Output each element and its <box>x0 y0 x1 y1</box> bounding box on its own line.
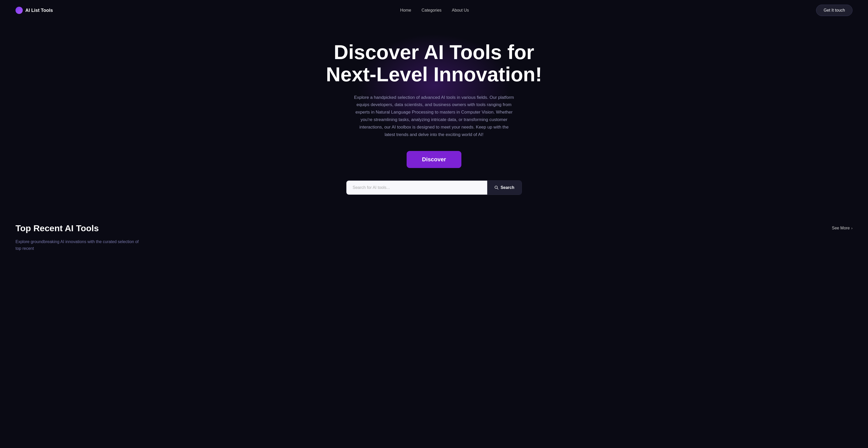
nav-item-home[interactable]: Home <box>400 8 411 13</box>
section-header: Top Recent AI Tools See More › <box>16 223 852 233</box>
see-more-label: See More <box>832 226 850 231</box>
logo-area: AI List Tools <box>16 7 53 14</box>
svg-line-1 <box>497 188 498 189</box>
search-icon <box>494 185 499 190</box>
search-button-label: Search <box>501 185 514 190</box>
chevron-right-icon: › <box>851 226 852 230</box>
recent-tools-section: Top Recent AI Tools See More › Explore g… <box>0 210 868 262</box>
get-in-touch-button[interactable]: Get It touch <box>816 5 852 16</box>
nav-links: Home Categories About Us <box>400 8 469 13</box>
nav-link-categories[interactable]: Categories <box>422 8 441 12</box>
hero-title: Discover AI Tools for Next-Level Innovat… <box>323 41 545 86</box>
nav-link-home[interactable]: Home <box>400 8 411 12</box>
hero-section: Discover AI Tools for Next-Level Innovat… <box>0 21 868 210</box>
search-input[interactable] <box>346 181 487 195</box>
see-more-link[interactable]: See More › <box>832 226 852 231</box>
section-subtitle: Explore groundbreaking AI innovations wi… <box>16 238 145 252</box>
section-title: Top Recent AI Tools <box>16 223 99 233</box>
logo-text: AI List Tools <box>25 8 53 13</box>
search-container: Search <box>346 180 522 195</box>
nav-item-about[interactable]: About Us <box>452 8 469 13</box>
search-button[interactable]: Search <box>487 181 522 195</box>
nav-item-categories[interactable]: Categories <box>422 8 441 13</box>
hero-description: Explore a handpicked selection of advanc… <box>354 94 514 139</box>
discover-button[interactable]: Discover <box>407 151 462 168</box>
logo-icon <box>16 7 23 14</box>
navbar: AI List Tools Home Categories About Us G… <box>0 0 868 21</box>
nav-link-about[interactable]: About Us <box>452 8 469 12</box>
